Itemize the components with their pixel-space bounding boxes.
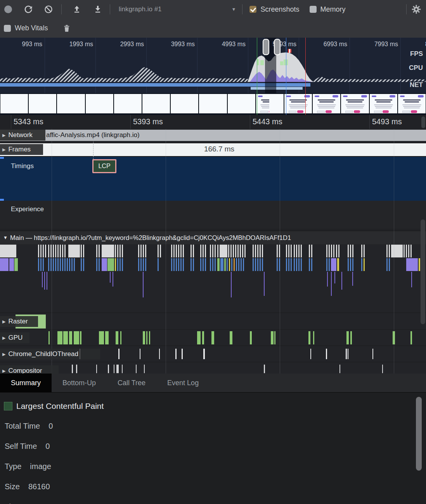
- flame-activity-bar[interactable]: [364, 258, 365, 271]
- flame-activity-bar[interactable]: [257, 258, 258, 271]
- flame-activity-bar[interactable]: [71, 258, 73, 271]
- flame-task-bar[interactable]: [178, 245, 179, 257]
- gpu-task-bar[interactable]: [63, 331, 68, 344]
- flame-descendant-bar[interactable]: [264, 272, 265, 296]
- flame-task-bar[interactable]: [102, 245, 114, 257]
- flame-activity-bar[interactable]: [200, 258, 201, 271]
- flame-task-bar[interactable]: [329, 245, 330, 257]
- flame-activity-bar[interactable]: [348, 258, 349, 271]
- compositor-task-bar[interactable]: [108, 365, 109, 373]
- flame-descendant-bar[interactable]: [334, 272, 335, 283]
- flame-task-bar[interactable]: [301, 245, 302, 257]
- compositor-task-bar[interactable]: [339, 365, 340, 373]
- io-task-bar[interactable]: [140, 349, 140, 359]
- flame-activity-bar[interactable]: [140, 258, 142, 271]
- flame-descendant-bar[interactable]: [113, 272, 113, 287]
- flame-task-bar[interactable]: [40, 245, 42, 257]
- flame-task-bar[interactable]: [48, 245, 49, 257]
- gpu-task-bar[interactable]: [274, 331, 275, 344]
- flame-task-bar[interactable]: [193, 245, 194, 257]
- compositor-task-bar[interactable]: [96, 365, 97, 373]
- screenshot-thumbnail[interactable]: [227, 94, 256, 114]
- flame-task-bar[interactable]: [364, 245, 365, 257]
- flame-activity-bar[interactable]: [43, 258, 44, 271]
- flame-task-bar[interactable]: [119, 245, 121, 257]
- io-task-bar[interactable]: [159, 349, 160, 359]
- flame-task-bar[interactable]: [117, 245, 118, 257]
- flame-task-bar[interactable]: [298, 245, 300, 257]
- flame-descendant-bar[interactable]: [143, 272, 144, 297]
- flame-task-bar[interactable]: [68, 245, 80, 257]
- flame-task-bar[interactable]: [115, 245, 116, 257]
- track-header-compositor[interactable]: ▶ Compositor: [0, 365, 59, 374]
- flame-activity-bar[interactable]: [229, 258, 230, 271]
- flame-activity-bar[interactable]: [386, 258, 388, 271]
- flame-task-bar[interactable]: [200, 245, 201, 257]
- flame-activity-bar[interactable]: [67, 258, 68, 271]
- flame-activity-bar[interactable]: [277, 258, 278, 271]
- track-header-frames[interactable]: ▶ Frames: [0, 144, 43, 155]
- flame-task-bar[interactable]: [220, 245, 227, 257]
- gpu-task-bar[interactable]: [105, 331, 109, 344]
- flame-activity-bar[interactable]: [298, 258, 300, 271]
- flame-activity-bar[interactable]: [220, 258, 223, 271]
- flame-activity-bar[interactable]: [224, 258, 226, 271]
- lcp-timing-badge[interactable]: LCP: [92, 159, 116, 173]
- gpu-track[interactable]: ▶ GPU: [0, 329, 426, 346]
- gpu-task-bar[interactable]: [99, 331, 104, 344]
- flame-activity-bar[interactable]: [291, 258, 292, 271]
- gpu-task-bar[interactable]: [149, 331, 150, 344]
- main-thread-track-header[interactable]: ▼ Main — https://linkgraph.io/?utm_keywo…: [0, 231, 426, 244]
- web-vitals-checkbox-label[interactable]: Web Vitals: [15, 24, 48, 32]
- memory-checkbox-label[interactable]: Memory: [320, 5, 346, 14]
- flame-task-bar[interactable]: [173, 245, 175, 257]
- gpu-task-bar[interactable]: [74, 331, 79, 344]
- compositor-track[interactable]: ▶ Compositor: [0, 362, 426, 374]
- flame-task-bar[interactable]: [96, 245, 97, 257]
- gpu-task-bar[interactable]: [146, 331, 147, 344]
- flame-task-bar[interactable]: [408, 245, 409, 257]
- flame-activity-bar[interactable]: [193, 258, 194, 271]
- flame-task-bar[interactable]: [331, 245, 332, 257]
- reload-and-profile-button[interactable]: [22, 3, 35, 16]
- tab-summary[interactable]: Summary: [0, 374, 52, 392]
- flame-activity-bar[interactable]: [231, 258, 232, 271]
- gpu-task-bar[interactable]: [202, 331, 204, 344]
- flame-task-bar[interactable]: [240, 245, 241, 257]
- flame-activity-bar[interactable]: [419, 258, 420, 271]
- flame-activity-bar[interactable]: [210, 258, 211, 271]
- flame-task-bar[interactable]: [183, 245, 184, 257]
- flame-activity-bar[interactable]: [238, 258, 239, 271]
- flame-task-bar[interactable]: [210, 245, 211, 257]
- gpu-task-bar[interactable]: [410, 331, 412, 344]
- flame-task-bar[interactable]: [326, 245, 327, 257]
- flame-task-bar[interactable]: [350, 245, 351, 257]
- flame-task-bar[interactable]: [205, 245, 206, 257]
- selection-left-handle[interactable]: [263, 39, 269, 55]
- flame-activity-bar[interactable]: [62, 258, 63, 271]
- gpu-task-bar[interactable]: [350, 331, 352, 344]
- screenshot-thumbnail[interactable]: [312, 94, 341, 114]
- flame-activity-bar[interactable]: [296, 258, 297, 271]
- save-profile-button[interactable]: [91, 3, 104, 16]
- gpu-task-bar[interactable]: [308, 331, 310, 344]
- flame-activity-bar[interactable]: [350, 258, 351, 271]
- flame-descendant-bar[interactable]: [231, 272, 232, 297]
- flame-descendant-bar[interactable]: [352, 272, 353, 286]
- flame-activity-bar[interactable]: [178, 258, 179, 271]
- flame-activity-bar[interactable]: [69, 258, 70, 271]
- flame-descendant-bar[interactable]: [42, 272, 43, 287]
- flame-task-bar[interactable]: [138, 245, 139, 257]
- screenshot-thumbnail[interactable]: [28, 94, 57, 114]
- flame-task-bar[interactable]: [244, 245, 246, 257]
- flame-descendant-bar[interactable]: [331, 272, 332, 296]
- flame-activity-bar[interactable]: [217, 258, 220, 271]
- flame-activity-bar[interactable]: [260, 258, 261, 271]
- flame-activity-bar[interactable]: [180, 258, 182, 271]
- garbage-collect-button[interactable]: [60, 22, 73, 35]
- compositor-task-bar[interactable]: [136, 365, 137, 373]
- tab-bottom-up[interactable]: Bottom-Up: [52, 374, 107, 392]
- flame-activity-bar[interactable]: [227, 258, 228, 271]
- io-task-bar[interactable]: [118, 349, 119, 359]
- flame-task-bar[interactable]: [352, 245, 353, 257]
